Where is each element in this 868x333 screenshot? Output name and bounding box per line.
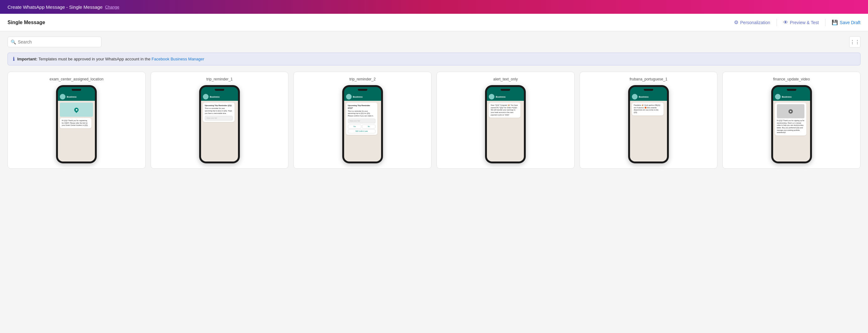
wa-avatar	[489, 94, 494, 100]
sub-header-title: Single Message	[7, 20, 45, 25]
search-bar-row: 🔍 ⋮⋮	[7, 36, 861, 47]
save-icon: 💾	[832, 20, 838, 25]
facebook-business-manager-link[interactable]: Facebook Business Manager	[152, 57, 204, 61]
template-card[interactable]: trip_reminder_1 Business Upcoming Trip R…	[151, 72, 289, 169]
whatsapp-header: Business	[58, 93, 95, 101]
wa-avatar	[346, 94, 352, 100]
map-placeholder	[60, 103, 93, 117]
templates-grid: exam_center_assigned_location Business H…	[7, 72, 861, 169]
input-placeholder: Enjoy your trip!	[205, 116, 232, 121]
template-name: exam_center_assigned_location	[50, 77, 103, 81]
wa-contact-name: Business	[353, 96, 363, 98]
search-icon: 🔍	[11, 39, 16, 44]
whatsapp-header: Business	[487, 93, 524, 101]
phone-notch	[358, 89, 367, 91]
message-text: Parabéns 🎉 Você ganhou R${{1}} em Frubon…	[634, 104, 662, 114]
whatsapp-header: Business	[201, 93, 238, 101]
message-bubble: Upcoming Trip Reminder {{1}} This is a r…	[203, 103, 235, 122]
template-name: trip_reminder_1	[206, 77, 232, 81]
phone-screen: Business Dear *{{1}}* Congrats! 🎉 You ha…	[487, 87, 524, 162]
wa-avatar	[60, 94, 65, 100]
chat-area: ▶ Hi {{1}}! Thank you for signing up for…	[773, 101, 810, 162]
personalization-icon: ⚙	[734, 20, 738, 25]
message-bubble: Hi {{1}}! Thank you for registering for …	[60, 118, 91, 128]
grid-view-button[interactable]: ⋮⋮	[849, 36, 861, 47]
video-placeholder: ▶	[777, 104, 805, 118]
phone-mockup: Business Upcoming Trip Reminder {{1}} Th…	[199, 85, 240, 163]
template-card[interactable]: alert_text_only Business Dear *{{1}}* Co…	[436, 72, 575, 169]
change-link[interactable]: Change	[105, 5, 119, 9]
info-important: Important:	[17, 57, 37, 61]
wa-contact-name: Business	[782, 96, 792, 98]
save-draft-button[interactable]: 💾 Save Draft	[832, 20, 861, 25]
info-icon: ℹ	[13, 56, 15, 62]
status-bar	[630, 87, 667, 93]
phone-screen: Business Upcoming Trip Reminder {{1}}? T…	[344, 87, 381, 162]
wa-contact-name: Business	[210, 96, 219, 98]
whatsapp-header: Business	[773, 93, 810, 101]
phone-notch	[644, 89, 653, 91]
phone-mockup: Business Upcoming Trip Reminder {{1}}? T…	[342, 85, 383, 163]
chat-area: Parabéns 🎉 Você ganhou R${{1}} em Frubon…	[630, 101, 667, 162]
message-text: This is a reminder for your upcoming tri…	[348, 110, 376, 118]
status-bar	[487, 87, 524, 93]
message-text: Dear *{{1}}* Congrats! 🎉 You have earned…	[491, 104, 519, 116]
phone-screen: Business ▶ Hi {{1}}! Thank you for signi…	[773, 87, 810, 162]
phone-notch	[501, 89, 510, 91]
bubble-title: Upcoming Trip Reminder {{1}}?	[348, 104, 376, 109]
phone-notch	[215, 89, 224, 91]
whatsapp-header: Business	[344, 93, 381, 101]
phone-mockup: Business Parabéns 🎉 Você ganhou R${{1}} …	[628, 85, 669, 163]
wa-avatar	[632, 94, 638, 100]
status-bar	[344, 87, 381, 93]
search-input[interactable]	[7, 37, 101, 47]
info-banner: ℹ Important: Templates must be approved …	[7, 53, 861, 65]
phone-mockup: Business ▶ Hi {{1}}! Thank you for signi…	[771, 85, 812, 163]
phone-screen: Business Parabéns 🎉 Você ganhou R${{1}} …	[630, 87, 667, 162]
sub-header: Single Message ⚙ Personalization 👁 Previ…	[0, 14, 868, 31]
template-card[interactable]: frubana_portuguese_1 Business Parabéns 🎉…	[580, 72, 718, 169]
phone-mockup: Business Dear *{{1}}* Congrats! 🎉 You ha…	[485, 85, 526, 163]
preview-test-button[interactable]: 👁 Preview & Test	[783, 20, 819, 25]
grid-icon: ⋮⋮	[850, 39, 860, 45]
divider2	[825, 19, 826, 26]
status-bar	[773, 87, 810, 93]
template-name: finance_update_video	[773, 77, 810, 81]
header-actions: ⚙ Personalization 👁 Preview & Test 💾 Sav…	[734, 19, 861, 26]
message-bubble: Dear *{{1}}* Congrats! 🎉 You have earned…	[489, 103, 520, 118]
message-bubble: Upcoming Trip Reminder {{1}}? This is a …	[346, 103, 378, 135]
phone-notch	[787, 89, 796, 91]
page-title: Create WhatsApp Message - Single Message	[7, 4, 102, 10]
personalization-label: Personalization	[740, 20, 770, 25]
wa-avatar	[203, 94, 209, 100]
wa-avatar	[775, 94, 781, 100]
status-bar	[201, 87, 238, 93]
divider	[777, 19, 777, 26]
whatsapp-header: Business	[630, 93, 667, 101]
chat-area: Hi {{1}}! Thank you for registering for …	[58, 101, 95, 162]
message-button-full: Will Confirm Later	[348, 129, 376, 133]
phone-screen: Business Upcoming Trip Reminder {{1}} Th…	[201, 87, 238, 162]
message-bubble: Parabéns 🎉 Você ganhou R${{1}} em Frubon…	[632, 103, 663, 115]
template-name: frubana_portuguese_1	[630, 77, 668, 81]
phone-screen: Business Hi {{1}}! Thank you for registe…	[58, 87, 95, 162]
chat-area: Dear *{{1}}* Congrats! 🎉 You have earned…	[487, 101, 524, 162]
template-card[interactable]: finance_update_video Business ▶ Hi {{1}}…	[722, 72, 861, 169]
template-card[interactable]: trip_reminder_2 Business Upcoming Trip R…	[293, 72, 432, 169]
main-content: 🔍 ⋮⋮ ℹ Important: Templates must be appr…	[0, 31, 868, 174]
personalization-button[interactable]: ⚙ Personalization	[734, 20, 770, 25]
chat-area: Upcoming Trip Reminder {{1}}? This is a …	[344, 101, 381, 162]
preview-icon: 👁	[783, 20, 788, 25]
bubble-title: Upcoming Trip Reminder {{1}}	[205, 104, 232, 107]
wa-contact-name: Business	[639, 96, 649, 98]
template-card[interactable]: exam_center_assigned_location Business H…	[7, 72, 146, 169]
wa-contact-name: Business	[496, 96, 505, 98]
message-text: This is a reminder for your upcoming tri…	[205, 107, 232, 114]
save-draft-label: Save Draft	[840, 20, 861, 25]
preview-test-label: Preview & Test	[790, 20, 819, 25]
search-wrapper: 🔍	[7, 37, 101, 47]
message-text: Hi {{1}}! Thank you for signing up for s…	[777, 120, 805, 134]
message-bubble: ▶ Hi {{1}}! Thank you for signing up for…	[775, 103, 807, 135]
wa-contact-name: Business	[67, 96, 76, 98]
message-button: No	[362, 125, 375, 129]
